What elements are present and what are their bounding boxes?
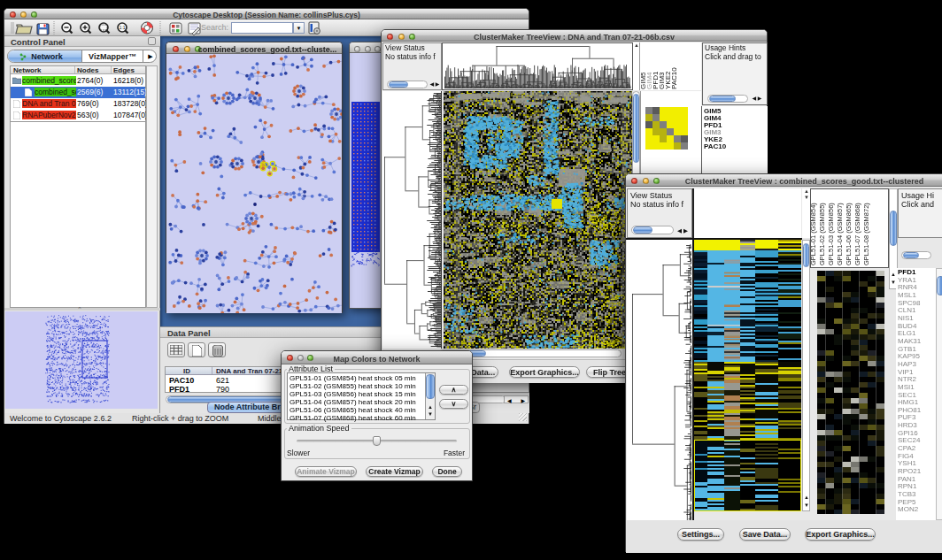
svg-text:1:1: 1:1 — [120, 25, 126, 30]
